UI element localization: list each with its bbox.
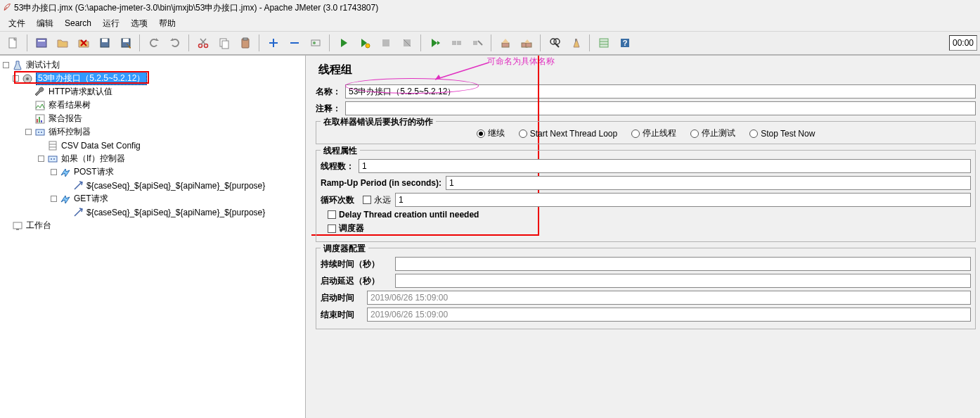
paste-icon[interactable] [236,33,255,53]
elapsed-time: 00:00 [949,35,977,51]
scheduler-checkbox[interactable]: 调度器 [328,222,364,234]
cut-icon[interactable] [193,33,213,53]
tree-http-defaults[interactable]: HTTP请求默认值 [0,85,305,99]
tree-workbench[interactable]: 工作台 [0,219,305,232]
radio-stop-thread[interactable]: 停止线程 [631,127,676,139]
help-icon[interactable]: ? [615,33,635,53]
threads-input[interactable] [359,159,971,173]
tree-label: HTTP请求默认值 [49,86,112,98]
title-bar: 53申办接口.jmx (G:\apache-jmeter-3.0\bin\jmx… [0,0,980,15]
comment-input[interactable] [345,101,976,115]
scheduler-row: 调度器 [321,222,971,234]
tree-post-request[interactable]: POST请求 [0,165,305,179]
tree-aggregate[interactable]: 聚合报告 [0,112,305,125]
menu-edit[interactable]: 编辑 [31,16,59,31]
function-helper-icon[interactable] [594,33,614,53]
on-error-legend: 在取样器错误后要执行的动作 [321,116,436,128]
remote-start-icon[interactable] [425,33,445,53]
close-icon[interactable] [74,33,94,53]
test-plan-tree: 测试计划 53申办接口（5.2.5~5.2.12） HTTP请求默认值 察看结果… [0,56,305,235]
start-no-pause-icon[interactable] [355,33,375,53]
tree-thread-group[interactable]: 53申办接口（5.2.5~5.2.12） [0,72,305,85]
menu-search[interactable]: Search [59,17,97,30]
new-file-icon[interactable] [4,33,23,53]
tree-label: ${caseSeq}_${apiSeq}_${apiName}_${purpos… [86,181,265,191]
stop-icon[interactable] [376,33,396,53]
redo-icon[interactable] [165,33,185,53]
start-time-label: 启动时间 [321,292,363,304]
annotation-text: 可命名为具体名称 [487,56,555,68]
templates-icon[interactable] [32,33,51,53]
splitter[interactable] [306,56,311,418]
tree-toggle-icon[interactable] [3,62,9,68]
svg-line-12 [200,39,205,44]
remote-shutdown-icon[interactable] [468,33,487,53]
tree-if-controller[interactable]: 如果（If）控制器 [0,152,305,165]
tree-toggle-icon[interactable] [51,169,57,175]
loop-count-input[interactable] [395,193,971,207]
menu-file[interactable]: 文件 [3,16,31,31]
menu-bar: 文件 编辑 Search 运行 选项 帮助 [0,15,980,31]
save-as-icon[interactable] [116,33,136,53]
tree-toggle-icon[interactable] [51,196,57,202]
tree-post-assertion[interactable]: ${caseSeq}_${apiSeq}_${apiName}_${purpos… [0,179,305,192]
open-icon[interactable] [53,33,72,53]
tree-label: GET请求 [74,193,108,205]
rampup-input[interactable] [446,176,971,190]
start-time-input[interactable] [367,291,971,305]
svg-rect-52 [49,141,56,150]
clear-icon[interactable] [496,33,515,53]
start-icon[interactable] [334,33,354,53]
menu-help[interactable]: 帮助 [153,16,181,31]
main-split: 测试计划 53申办接口（5.2.5~5.2.12） HTTP请求默认值 察看结果… [0,55,980,418]
radio-continue[interactable]: 继续 [477,127,505,139]
loop-forever-checkbox[interactable]: 永远 [363,194,391,206]
tree-label: 聚合报告 [49,113,82,125]
svg-line-11 [201,39,206,44]
radio-stop-test[interactable]: 停止测试 [690,127,735,139]
tree-csv[interactable]: CSV Data Set Config [0,139,305,152]
remote-stop-icon[interactable] [446,33,466,53]
duration-input[interactable] [395,257,971,271]
end-time-label: 结束时间 [321,309,363,321]
shutdown-icon[interactable] [397,33,417,53]
tree-loop-controller[interactable]: 循环控制器 [0,125,305,139]
search-icon[interactable] [545,33,565,53]
radio-stop-test-now[interactable]: Stop Test Now [749,129,815,139]
svg-point-21 [313,42,316,44]
tree-toggle-icon[interactable] [25,129,32,135]
svg-rect-6 [102,39,108,42]
tree-test-plan[interactable]: 测试计划 [0,58,305,72]
copy-icon[interactable] [214,33,234,53]
tree-toggle-icon[interactable] [13,75,19,82]
tree-view-results[interactable]: 察看结果树 [0,99,305,112]
tree-toggle-icon[interactable] [38,156,44,162]
collapse-icon[interactable] [285,33,304,53]
expand-icon[interactable] [264,33,283,53]
on-error-group: 在取样器错误后要执行的动作 继续 Start Next Thread Loop … [316,121,976,144]
undo-icon[interactable] [144,33,164,53]
radio-start-next-loop[interactable]: Start Next Thread Loop [519,129,618,139]
tree-label: 如果（If）控制器 [61,153,125,165]
reset-search-icon[interactable] [566,33,586,53]
tree-pane[interactable]: 测试计划 53申办接口（5.2.5~5.2.12） HTTP请求默认值 察看结果… [0,56,306,418]
name-input[interactable] [345,84,976,99]
svg-rect-8 [123,39,129,42]
save-icon[interactable] [95,33,115,53]
menu-run[interactable]: 运行 [97,16,125,31]
thread-group-icon [22,73,33,84]
menu-options[interactable]: 选项 [125,16,153,31]
end-time-input[interactable] [367,308,971,322]
svg-point-22 [366,44,370,48]
svg-rect-58 [13,222,22,229]
threads-label: 线程数： [321,160,354,172]
thread-props-legend: 线程属性 [321,145,360,157]
tree-get-assertion[interactable]: ${caseSeq}_${apiSeq}_${apiName}_${purpos… [0,205,305,219]
svg-rect-36 [575,39,576,42]
startup-delay-input[interactable] [395,274,971,288]
clear-all-icon[interactable] [517,33,536,53]
toggle-icon[interactable] [306,33,325,53]
tree-get-request[interactable]: GET请求 [0,192,305,205]
tree-label: CSV Data Set Config [61,141,141,151]
delay-create-checkbox[interactable]: Delay Thread creation until needed [328,210,479,220]
